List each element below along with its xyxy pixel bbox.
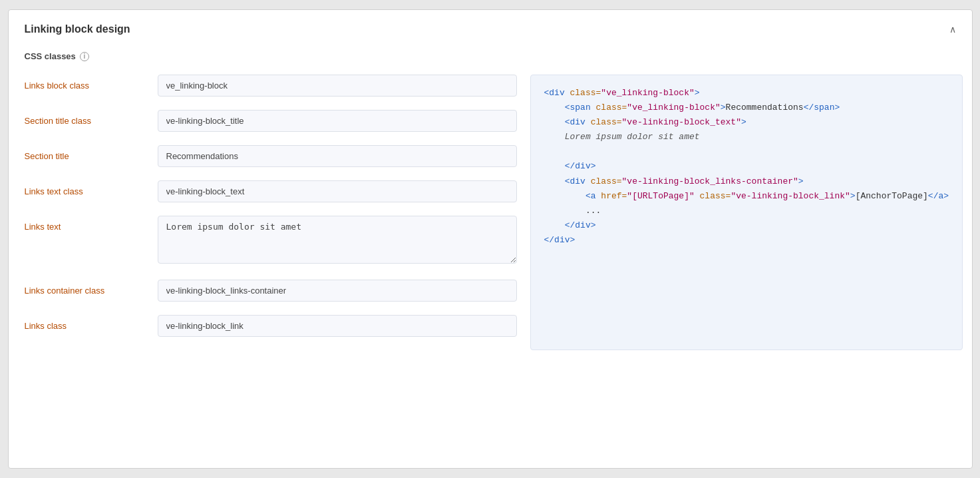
input-wrap-section-title-class xyxy=(158,110,517,132)
input-wrap-links-class xyxy=(158,315,517,337)
label-links-text: Links text xyxy=(25,216,158,232)
input-wrap-section-title xyxy=(158,145,517,167)
info-icon[interactable]: i xyxy=(80,52,89,61)
form-section: Links block class Section title class Se… xyxy=(25,75,517,350)
links-container-class-input[interactable] xyxy=(158,280,517,302)
code-line-3: <div class="ve-linking-block_text"> xyxy=(544,115,949,130)
main-content: Links block class Section title class Se… xyxy=(25,75,956,350)
label-links-container-class: Links container class xyxy=(25,280,158,296)
code-line-9: ... xyxy=(544,204,949,218)
form-row-section-title-class: Section title class xyxy=(25,110,517,132)
input-wrap-links-text-class xyxy=(158,180,517,202)
section-title-class-input[interactable] xyxy=(158,110,517,132)
section-title-input[interactable] xyxy=(158,145,517,167)
links-block-class-input[interactable] xyxy=(158,75,517,97)
code-line-4: Lorem ipsum dolor sit amet xyxy=(544,130,949,144)
collapse-icon[interactable]: ∧ xyxy=(949,24,956,35)
code-line-2: <span class="ve_linking-block">Recommend… xyxy=(544,101,949,115)
panel-header: Linking block design ∧ xyxy=(25,23,956,35)
label-section-title: Section title xyxy=(25,145,158,161)
code-line-8: <a href="[URLToPage]" class="ve-linking-… xyxy=(544,189,949,204)
css-classes-label: CSS classes i xyxy=(25,51,956,61)
code-line-6: </div> xyxy=(544,159,949,174)
form-row-links-text-class: Links text class xyxy=(25,180,517,202)
code-line-1: <div class="ve_linking-block"> xyxy=(544,86,949,101)
label-links-block-class: Links block class xyxy=(25,75,158,91)
links-text-textarea[interactable]: Lorem ipsum dolor sit amet xyxy=(158,216,517,264)
code-line-11: </div> xyxy=(544,233,949,248)
form-row-links-block-class: Links block class xyxy=(25,75,517,97)
code-preview: <div class="ve_linking-block"> <span cla… xyxy=(530,75,963,350)
form-row-links-container-class: Links container class xyxy=(25,280,517,302)
input-wrap-links-text: Lorem ipsum dolor sit amet xyxy=(158,216,517,266)
label-links-class: Links class xyxy=(25,315,158,331)
label-links-text-class: Links text class xyxy=(25,180,158,196)
code-line-5 xyxy=(544,144,949,159)
links-class-input[interactable] xyxy=(158,315,517,337)
code-line-7: <div class="ve-linking-block_links-conta… xyxy=(544,174,949,189)
form-row-links-class: Links class xyxy=(25,315,517,337)
form-row-section-title: Section title xyxy=(25,145,517,167)
panel-title: Linking block design xyxy=(25,23,130,35)
links-text-class-input[interactable] xyxy=(158,180,517,202)
input-wrap-links-container-class xyxy=(158,280,517,302)
linking-block-design-panel: Linking block design ∧ CSS classes i Lin… xyxy=(8,9,973,469)
input-wrap-links-block-class xyxy=(158,75,517,97)
code-line-10: </div> xyxy=(544,218,949,233)
label-section-title-class: Section title class xyxy=(25,110,158,126)
form-row-links-text: Links text Lorem ipsum dolor sit amet xyxy=(25,216,517,266)
